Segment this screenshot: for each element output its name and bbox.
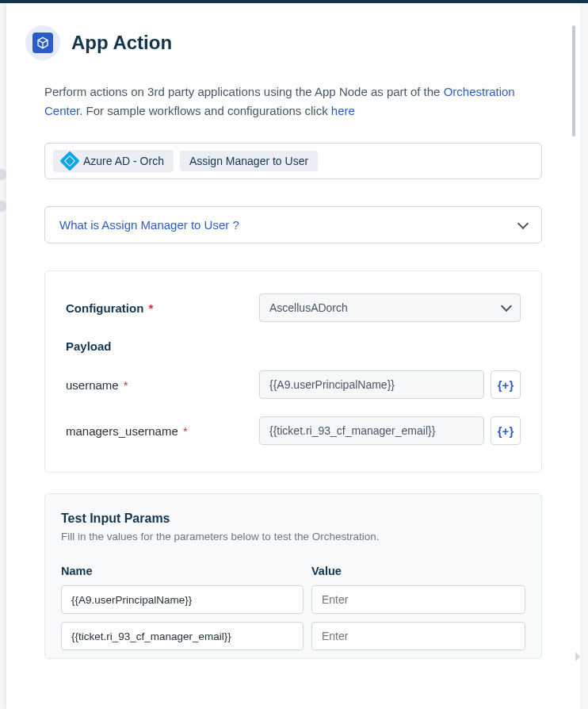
insert-placeholder-button[interactable]: {+} [491, 370, 521, 399]
required-marker: * [180, 424, 188, 438]
selected-app-label: Azure AD - Orch [83, 155, 164, 167]
left-rail-hint [0, 159, 6, 222]
sample-workflows-link[interactable]: here [331, 104, 355, 117]
required-marker: * [145, 301, 153, 315]
what-is-action-accordion[interactable]: What is Assign Manager to User ? [44, 206, 542, 243]
cube-icon [36, 36, 49, 49]
azure-ad-icon [59, 151, 79, 171]
dialog-title: App Action [71, 32, 172, 54]
insert-placeholder-button[interactable]: {+} [491, 416, 521, 445]
param-name-cell: {{A9.userPrincipalName}} [61, 585, 304, 614]
chevron-down-icon [517, 217, 529, 228]
accordion-title: What is Assign Manager to User ? [59, 218, 239, 232]
table-row: {{ticket.ri_93_cf_manager_email}} [61, 622, 525, 650]
test-table-header: Name Value [61, 565, 525, 577]
selected-app-pill[interactable]: Azure AD - Orch [53, 150, 174, 172]
configuration-panel: Configuration * AscellusADorch Payload u… [44, 270, 542, 473]
configuration-label: Configuration * [66, 301, 259, 315]
table-row: {{A9.userPrincipalName}} [61, 585, 525, 614]
selected-action-pill[interactable]: Assign Manager to User [180, 151, 318, 171]
payload-heading: Payload [66, 339, 521, 353]
param-value-input[interactable] [311, 622, 525, 650]
app-action-dialog: App Action Perform actions on 3rd party … [6, 3, 580, 709]
required-marker: * [120, 378, 128, 392]
col-header-name: Name [61, 565, 311, 577]
selected-action-label: Assign Manager to User [189, 155, 308, 167]
test-panel-subtitle: Fill in the values for the parameters be… [61, 531, 525, 542]
chevron-down-icon [501, 301, 512, 312]
test-panel-title: Test Input Params [61, 512, 525, 526]
username-label: username * [66, 378, 259, 392]
scrollbar-thumb[interactable] [572, 25, 575, 136]
desc-text-1: Perform actions on 3rd party application… [44, 85, 444, 98]
configuration-select[interactable]: AscellusADorch [259, 293, 521, 322]
managers-username-input[interactable] [259, 416, 484, 445]
configuration-select-value: AscellusADorch [269, 301, 348, 314]
dialog-description: Perform actions on 3rd party application… [44, 82, 542, 121]
resize-handle-icon[interactable] [575, 652, 580, 661]
app-action-hero-icon [25, 25, 60, 60]
configuration-label-text: Configuration [66, 301, 143, 315]
desc-text-2: . For sample workflows and configuration… [79, 104, 331, 117]
username-input[interactable] [259, 370, 484, 399]
managers-username-label: managers_username * [66, 424, 259, 438]
managers-username-label-text: managers_username [66, 424, 178, 438]
test-input-params-panel: Test Input Params Fill in the values for… [44, 493, 542, 659]
param-value-input[interactable] [311, 585, 525, 614]
username-label-text: username [66, 378, 119, 392]
col-header-value: Value [311, 565, 525, 577]
param-name-cell: {{ticket.ri_93_cf_manager_email}} [61, 622, 304, 650]
selected-app-action-bar: Azure AD - Orch Assign Manager to User [44, 143, 542, 179]
